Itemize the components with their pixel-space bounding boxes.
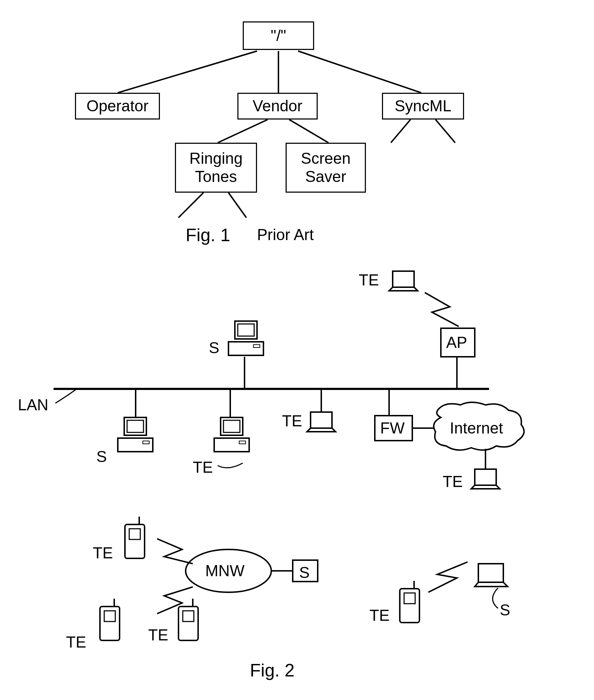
svg-rect-27 [127,420,144,432]
svg-rect-47 [404,593,415,604]
svg-rect-22 [228,342,263,355]
svg-rect-36 [475,469,496,485]
svg-rect-34 [311,412,332,428]
svg-rect-28 [118,438,153,452]
svg-rect-29 [143,441,149,444]
diagram-canvas: "/" Operator Vendor SyncML Ringing Tones… [0,0,594,700]
svg-rect-25 [393,271,414,287]
label-te-top: TE [359,271,379,289]
svg-rect-38 [129,529,140,539]
svg-rect-32 [214,438,249,452]
label-te-internet: TE [443,473,463,491]
svg-rect-49 [478,564,503,582]
svg-rect-33 [239,441,246,444]
svg-rect-21 [238,324,254,336]
fig2-caption: Fig. 2 [250,660,295,681]
label-te-phone2: TE [66,633,86,651]
label-s-top: S [209,339,219,357]
label-te-right: TE [369,607,389,624]
svg-rect-31 [223,420,240,432]
label-lan: LAN [18,396,49,414]
label-fw: FW [380,419,404,437]
svg-rect-23 [253,345,260,348]
label-s-right: S [500,601,510,619]
svg-rect-44 [183,611,194,622]
label-s-left: S [96,448,107,466]
label-ap: AP [446,334,467,351]
label-te-desk: TE [193,458,213,476]
svg-rect-41 [104,611,115,622]
label-s-mnw: S [299,564,309,582]
label-internet: Internet [450,419,503,437]
label-te-phone1: TE [93,544,113,562]
label-mnw: MNW [205,562,245,580]
label-te-phone3: TE [148,626,168,644]
label-te-laptop: TE [282,412,302,430]
fig2-lines [0,0,594,700]
